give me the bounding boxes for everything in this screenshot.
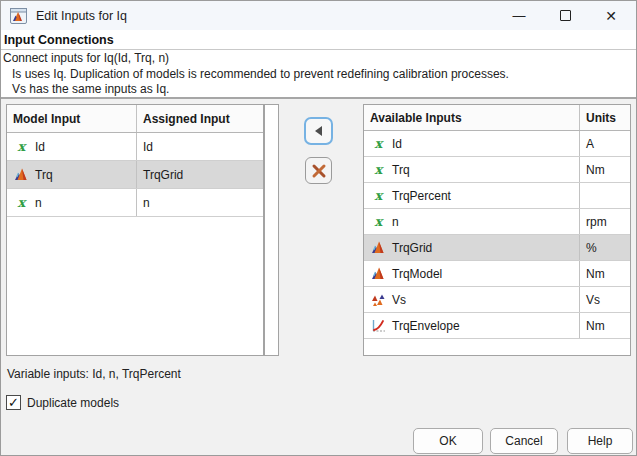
description-line-1: Connect inputs for Iq(Id, Trq, n) — [1, 51, 636, 67]
table-row[interactable]: x TrqPercent — [364, 183, 630, 209]
table-row[interactable]: x Id Id — [7, 133, 263, 161]
matlab-app-icon — [10, 8, 27, 24]
duplicate-models-checkbox-row[interactable]: ✓ Duplicate models — [6, 395, 119, 410]
model-input-name: Id — [35, 140, 45, 154]
available-input-name: Vs — [392, 293, 406, 307]
header-divider — [1, 49, 636, 50]
pointcloud-model-icon — [370, 292, 387, 308]
model-input-name: Trq — [35, 168, 53, 182]
units-value: Nm — [580, 313, 630, 338]
duplicate-models-label: Duplicate models — [27, 396, 119, 410]
available-inputs-table: Available Inputs Units x Id A x Trq Nm x… — [363, 104, 631, 356]
available-inputs-header: Available Inputs Units — [364, 105, 630, 131]
left-table-scrollbar[interactable] — [264, 104, 279, 356]
table-row[interactable]: TrqEnvelope Nm — [364, 313, 630, 339]
model-inputs-header: Model Input Assigned Input — [7, 105, 263, 133]
variable-x-icon: x — [370, 188, 387, 204]
variable-inputs-text: Variable inputs: Id, n, TrqPercent — [7, 367, 181, 381]
window-title: Edit Inputs for Iq — [36, 9, 127, 23]
left-arrow-icon — [315, 126, 322, 136]
units-value — [580, 183, 630, 208]
column-header-available-inputs: Available Inputs — [364, 105, 580, 130]
table-row[interactable]: x Trq Nm — [364, 157, 630, 183]
minimize-icon[interactable]: — — [496, 1, 542, 30]
table-row-selected[interactable]: Trq TrqGrid — [7, 161, 263, 189]
envelope-plot-icon — [370, 318, 387, 334]
variable-x-icon: x — [13, 195, 30, 211]
cancel-button[interactable]: Cancel — [490, 428, 558, 454]
table-row-selected[interactable]: TrqGrid % — [364, 235, 630, 261]
checkbox-checked-icon[interactable]: ✓ — [6, 395, 21, 410]
available-input-name: TrqPercent — [392, 189, 451, 203]
available-input-name: TrqGrid — [392, 241, 432, 255]
table-row[interactable]: x n n — [7, 189, 263, 217]
description-line-3: Vs has the same inputs as Iq. — [1, 82, 636, 98]
matlab-model-icon — [370, 266, 387, 282]
edit-inputs-dialog: Edit Inputs for Iq — ✕ Input Connections… — [0, 0, 637, 456]
table-row[interactable]: x Id A — [364, 131, 630, 157]
ok-button[interactable]: OK — [413, 428, 483, 454]
table-row[interactable]: x n rpm — [364, 209, 630, 235]
column-header-model-input: Model Input — [7, 105, 137, 132]
units-value: % — [580, 235, 630, 260]
units-value: Nm — [580, 157, 630, 182]
table-row[interactable]: Vs Vs — [364, 287, 630, 313]
variable-x-icon: x — [370, 214, 387, 230]
assigned-input-name: Id — [137, 133, 263, 160]
model-inputs-table: Model Input Assigned Input x Id Id — [6, 104, 264, 356]
variable-x-icon: x — [370, 136, 387, 152]
variable-x-icon: x — [370, 162, 387, 178]
column-header-units: Units — [580, 105, 630, 130]
units-value: rpm — [580, 209, 630, 234]
red-x-icon — [311, 163, 327, 179]
section-divider — [1, 97, 636, 99]
variable-x-icon: x — [13, 139, 30, 155]
remove-assignment-button[interactable] — [305, 157, 332, 184]
table-row[interactable]: TrqModel Nm — [364, 261, 630, 287]
description-line-2: Is uses Iq. Duplication of models is rec… — [1, 67, 636, 83]
available-input-name: n — [392, 215, 399, 229]
matlab-model-icon — [13, 167, 30, 183]
column-header-assigned-input: Assigned Input — [137, 105, 263, 132]
close-icon[interactable]: ✕ — [588, 1, 634, 30]
assigned-input-name: n — [137, 189, 263, 216]
model-input-name: n — [35, 196, 42, 210]
units-value: Vs — [580, 287, 630, 312]
assign-input-button[interactable] — [304, 117, 333, 145]
available-input-name: Id — [392, 137, 402, 151]
section-title: Input Connections — [4, 33, 114, 47]
available-input-name: Trq — [392, 163, 410, 177]
maximize-icon[interactable] — [542, 1, 588, 30]
available-input-name: TrqEnvelope — [392, 319, 460, 333]
description-text: Connect inputs for Iq(Id, Trq, n) Is use… — [1, 51, 636, 98]
assigned-input-name: TrqGrid — [137, 161, 263, 188]
available-input-name: TrqModel — [392, 267, 442, 281]
help-button[interactable]: Help — [567, 428, 633, 454]
description-zone: Input Connections Connect inputs for Iq(… — [1, 30, 636, 98]
units-value: A — [580, 131, 630, 156]
matlab-model-icon — [370, 240, 387, 256]
units-value: Nm — [580, 261, 630, 286]
titlebar: Edit Inputs for Iq — ✕ — [1, 1, 636, 30]
